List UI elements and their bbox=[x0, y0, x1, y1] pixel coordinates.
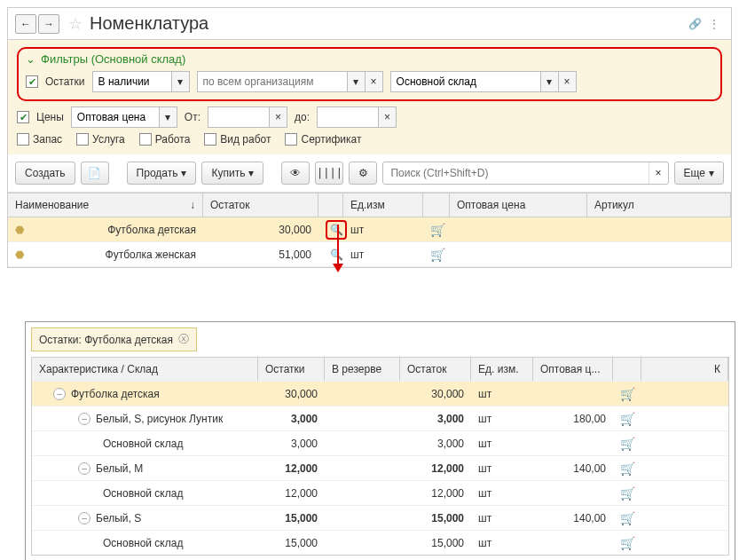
price-from-clear-icon[interactable]: × bbox=[270, 106, 287, 128]
link-icon[interactable]: 🔗 bbox=[685, 14, 704, 34]
org-dropdown-icon[interactable]: ▾ bbox=[348, 71, 366, 92]
cart-icon[interactable]: 🛒 bbox=[620, 511, 635, 525]
cart-icon[interactable]: 🛒 bbox=[620, 437, 635, 451]
more-button[interactable]: Еще ▾ bbox=[674, 162, 724, 185]
detail-row[interactable]: Основной склад15,00015,000шт🛒 bbox=[32, 530, 728, 555]
nav-back-button[interactable]: ← bbox=[15, 14, 36, 34]
detail-unit: шт bbox=[471, 457, 533, 480]
detail-name: Белый, S, рисунок Лунтик bbox=[96, 413, 223, 425]
tseny-select[interactable] bbox=[71, 106, 160, 128]
col-price[interactable]: Оптовая цена bbox=[450, 193, 587, 217]
org-select[interactable] bbox=[197, 71, 348, 92]
detail-rez bbox=[325, 513, 400, 524]
expand-icon[interactable]: – bbox=[53, 388, 66, 400]
dcol-k[interactable]: К bbox=[641, 358, 728, 381]
price-to-input[interactable] bbox=[317, 106, 379, 128]
cart-icon[interactable]: 🛒 bbox=[620, 387, 635, 401]
dcol-ost[interactable]: Остатки bbox=[258, 358, 325, 381]
detail-row[interactable]: –Белый, S15,00015,000шт140,00🛒 bbox=[32, 505, 728, 530]
detail-row[interactable]: Основной склад12,00012,000шт🛒 bbox=[32, 480, 728, 505]
detail-ost: 3,000 bbox=[258, 432, 325, 455]
tseny-label: Цены bbox=[36, 111, 64, 123]
detail-name: Белый, M bbox=[96, 462, 143, 475]
detail-rez bbox=[325, 463, 400, 474]
ostatki-dropdown-icon[interactable]: ▾ bbox=[172, 71, 190, 92]
col-art[interactable]: Артикул bbox=[587, 193, 731, 217]
search-clear-icon[interactable]: × bbox=[649, 162, 668, 184]
ostatki-checkbox[interactable] bbox=[26, 75, 38, 88]
vidrabot-checkbox[interactable] bbox=[204, 133, 216, 146]
detail-ost2: 30,000 bbox=[400, 383, 471, 406]
table-row[interactable]: ⬣Футболка детская30,000🔍шт🛒 bbox=[8, 217, 731, 242]
tseny-checkbox[interactable] bbox=[17, 111, 29, 123]
cart-icon[interactable]: 🛒 bbox=[430, 223, 445, 237]
dcol-unit[interactable]: Ед. изм. bbox=[471, 358, 533, 381]
vidrabot-label: Вид работ bbox=[220, 133, 271, 146]
detail-price bbox=[533, 538, 613, 548]
sklad-select[interactable] bbox=[390, 71, 541, 92]
favorite-icon[interactable]: ☆ bbox=[68, 14, 83, 34]
expand-icon[interactable]: – bbox=[78, 462, 90, 475]
usluga-checkbox[interactable] bbox=[76, 133, 89, 146]
detail-row[interactable]: –Белый, M12,00012,000шт140,00🛒 bbox=[32, 455, 728, 480]
buy-button[interactable]: Купить ▾ bbox=[201, 162, 263, 185]
detail-unit: шт bbox=[471, 532, 533, 555]
dcol-char[interactable]: Характеристика / Склад bbox=[32, 358, 258, 381]
col-unit[interactable]: Ед.изм bbox=[343, 193, 423, 217]
detail-unit: шт bbox=[471, 432, 533, 455]
item-icon: ⬣ bbox=[15, 224, 24, 236]
settings-button[interactable]: ⚙ bbox=[349, 162, 377, 185]
chevron-down-icon: ▾ bbox=[181, 167, 186, 179]
expand-icon[interactable]: – bbox=[78, 413, 90, 425]
detail-price bbox=[533, 488, 613, 499]
sklad-dropdown-icon[interactable]: ▾ bbox=[541, 71, 559, 92]
price-to-clear-icon[interactable]: × bbox=[379, 106, 397, 128]
create-copy-button[interactable]: 📄 bbox=[81, 162, 109, 185]
item-unit: шт bbox=[343, 218, 423, 241]
zapas-label: Запас bbox=[33, 133, 62, 146]
detail-ost: 12,000 bbox=[258, 457, 325, 480]
cart-icon[interactable]: 🛒 bbox=[620, 461, 635, 476]
dcol-price[interactable]: Оптовая ц... bbox=[533, 358, 613, 381]
detail-name: Основной склад bbox=[103, 487, 183, 500]
dcol-rez[interactable]: В резерве bbox=[325, 358, 400, 381]
barcode-button[interactable]: |||| bbox=[315, 162, 343, 185]
rabota-checkbox[interactable] bbox=[139, 133, 152, 146]
cart-icon[interactable]: 🛒 bbox=[620, 412, 635, 426]
sell-button[interactable]: Продать ▾ bbox=[127, 162, 197, 185]
do-label: до: bbox=[295, 111, 310, 123]
detail-ost: 30,000 bbox=[258, 383, 325, 406]
cart-icon[interactable]: 🛒 bbox=[430, 248, 445, 262]
detail-price bbox=[533, 438, 613, 449]
table-row[interactable]: ⬣Футболка женская51,000🔍шт🛒 bbox=[8, 242, 731, 267]
chevron-down-icon[interactable]: ⌄ bbox=[26, 52, 35, 66]
col-name[interactable]: Наименование bbox=[15, 199, 89, 211]
sert-label: Сертификат bbox=[301, 133, 361, 146]
detail-row[interactable]: Основной склад3,0003,000шт🛒 bbox=[32, 430, 728, 455]
ostatki-select[interactable] bbox=[92, 71, 172, 92]
zapas-checkbox[interactable] bbox=[17, 133, 29, 146]
filters-highlight-box: ⌄ Фильтры (Основной склад) Остатки ▾ ▾ ×… bbox=[17, 47, 722, 101]
cart-icon[interactable]: 🛒 bbox=[620, 536, 635, 550]
dcol-ost2[interactable]: Остаток bbox=[400, 358, 471, 381]
col-ostatok[interactable]: Остаток bbox=[203, 193, 318, 217]
detail-tab-label: Остатки: Футболка детская bbox=[39, 334, 173, 346]
sert-checkbox[interactable] bbox=[285, 133, 297, 146]
cart-icon[interactable]: 🛒 bbox=[620, 486, 635, 501]
detail-rez bbox=[325, 538, 400, 548]
sklad-clear-icon[interactable]: × bbox=[559, 71, 577, 92]
tseny-dropdown-icon[interactable]: ▾ bbox=[160, 106, 177, 128]
search-input[interactable] bbox=[383, 167, 648, 179]
org-clear-icon[interactable]: × bbox=[366, 71, 383, 92]
detail-close-icon[interactable]: ⓧ bbox=[178, 332, 189, 347]
detail-row[interactable]: –Футболка детская30,00030,000шт🛒 bbox=[32, 381, 728, 406]
detail-row[interactable]: –Белый, S, рисунок Лунтик3,0003,000шт180… bbox=[32, 406, 728, 430]
price-from-input[interactable] bbox=[208, 106, 270, 128]
view-button[interactable]: 👁 bbox=[281, 162, 310, 185]
expand-icon[interactable]: – bbox=[78, 512, 90, 525]
detail-price bbox=[533, 389, 613, 399]
create-button[interactable]: Создать bbox=[15, 162, 75, 185]
kebab-icon[interactable]: ⋮ bbox=[704, 14, 724, 34]
usluga-label: Услуга bbox=[92, 133, 125, 146]
nav-forward-button[interactable]: → bbox=[38, 14, 59, 34]
